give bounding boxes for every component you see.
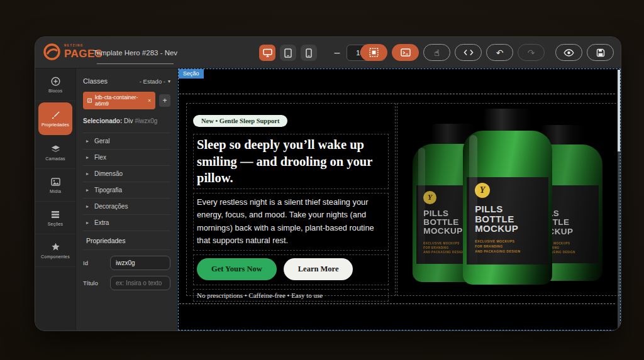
document-title-tab[interactable]: Template Hero #283 - Nev [92,37,179,68]
class-edit-icon [87,98,92,103]
selected-element-row: Selecionado: Div #iwzx0g [83,117,170,124]
chevron-right-icon: ▸ [86,138,89,144]
star-icon [51,243,60,252]
terminal-icon [401,48,411,57]
hero-microcopy[interactable]: No prescriptions • Caffeine-free • Easy … [193,289,389,302]
hero-cta-row: Get Yours Now Learn More [193,254,389,285]
code-view-button[interactable] [455,44,482,61]
accordion-decoracoes[interactable]: ▸ Decorações [83,198,170,214]
section-tag-label[interactable]: Seção [179,69,204,79]
hero-badge-wrap[interactable]: New • Gentle Sleep Support [193,114,389,127]
titulo-field-input[interactable] [110,276,170,290]
sidebar-item-secoes[interactable]: Seções [35,202,75,234]
sidebar-item-componentes[interactable]: Componentes [35,234,75,267]
redo-icon: ↷ [528,48,535,57]
save-button[interactable] [587,44,614,61]
tablet-view-button[interactable] [280,45,296,61]
hero-badge[interactable]: New • Gentle Sleep Support [193,115,287,127]
hero-text-column[interactable]: New • Gentle Sleep Support Sleep so deep… [186,103,396,296]
accordion-geral[interactable]: ▸ Geral [83,133,170,149]
interaction-mode-button[interactable]: ☝ [423,44,450,61]
zoom-out-button[interactable]: − [333,48,341,58]
sidebar-item-label: Mídia [50,189,61,194]
container-bottom-guide [179,303,615,304]
selected-element-id: #iwzx0g [135,117,157,124]
state-selector[interactable]: - Estado - ▾ [140,78,170,85]
code-icon [464,49,474,56]
desktop-view-button[interactable] [259,45,275,61]
tablet-icon [284,48,292,58]
brand-mark-icon [43,43,60,60]
sidebar-item-camadas[interactable]: Camadas [35,136,75,169]
editor-window: NETZING PAGES Template Hero #283 - Nev [35,36,621,331]
state-selector-label: - Estado - [140,78,165,85]
chevron-down-icon: ▾ [168,79,170,84]
toolbar-actions: ☝ ↶ ↷ [360,44,614,61]
primary-cta-button[interactable]: Get Yours Now [197,258,277,280]
remove-class-icon[interactable]: × [148,97,151,104]
chevron-right-icon: ▸ [86,204,89,209]
accordion-dimensao[interactable]: ▸ Dimensão [83,165,170,182]
accordion-extra[interactable]: ▸ Extra [83,214,170,231]
id-field-input[interactable] [110,256,170,270]
accordion-label: Dimensão [94,170,123,177]
accordion-tipografia[interactable]: ▸ Tipografia [83,182,170,198]
hero-paragraph[interactable]: Every restless night is a silent thief s… [193,193,389,251]
undo-button[interactable]: ↶ [486,44,513,61]
style-accordions: ▸ Geral ▸ Flex ▸ Dimensão ▸ Tipografia ▸ [83,133,170,231]
properties-panel: Classes - Estado - ▾ ktb-cta-container-a… [76,68,178,330]
accordion-label: Extra [94,219,109,226]
bottle-title: PILLS BOTTLE MOCKUP [475,204,540,234]
device-toggle-group [259,45,317,61]
selected-label: Selecionado: [83,117,122,124]
editor-canvas[interactable]: Seção New • Gentle Sleep Support Sleep s… [178,68,621,330]
hero-headline[interactable]: Sleep so deeply you’ll wake up smiling —… [193,134,389,189]
rows-icon [51,210,60,219]
scrollbar-thumb[interactable] [618,70,620,151]
accordion-label: Geral [94,138,109,145]
properties-section-header: Propriedades [83,231,170,250]
bottle-logo-icon: Y [475,183,490,198]
chevron-right-icon: ▸ [86,220,89,226]
accordion-label: Tipografia [94,187,122,194]
outline-mode-button[interactable] [360,44,387,61]
chevron-right-icon: ▸ [86,187,89,193]
title-underline [97,63,174,64]
brush-icon [51,111,60,120]
plus-circle-icon [51,77,60,86]
sidebar-item-label: Seções [48,222,64,226]
pill-bottle-center: Y PILLS BOTTLE MOCKUP EXCLUSIVE MOCKUPS … [463,109,552,285]
sidebar-item-propriedades[interactable]: Propriedades [38,102,72,135]
sidebar-item-midia[interactable]: Mídia [35,169,75,202]
image-icon [51,177,60,187]
console-button[interactable] [392,44,419,61]
class-chip-name: ktb-cta-container-a6m9 [95,94,145,107]
accordion-label: Decorações [94,203,128,210]
classes-label: Classes [83,77,108,85]
outline-select-icon [369,48,379,57]
canvas-scrollbar[interactable] [618,70,620,329]
sidebar-item-label: Propriedades [42,123,69,127]
mobile-view-button[interactable] [301,45,317,61]
mobile-icon [306,48,312,58]
id-field-row: Id [83,256,170,270]
preview-button[interactable] [555,44,582,61]
redo-button[interactable]: ↷ [518,44,545,61]
add-class-button[interactable]: + [159,94,170,107]
chevron-right-icon: ▸ [86,171,89,177]
bottle-glass: Y PILLS BOTTLE MOCKUP EXCLUSIVE MOCKUPS … [463,131,552,285]
container-top-guide [179,94,615,94]
class-chip[interactable]: ktb-cta-container-a6m9 × [83,92,155,109]
touch-pointer-icon: ☝ [434,48,440,57]
eye-icon [564,49,574,57]
save-floppy-icon [596,48,605,57]
accordion-flex[interactable]: ▸ Flex [83,149,170,165]
sidebar-item-blocos[interactable]: Blocos [35,68,75,101]
bottle-logo-icon: Y [423,191,436,204]
secondary-cta-button[interactable]: Learn More [284,258,353,280]
chevron-right-icon: ▸ [86,155,89,160]
undo-icon: ↶ [496,48,504,57]
hero-image-column[interactable]: Y PILLS BOTTLE MOCKUP EXCLUSIVE MOCKUPS … [397,103,619,296]
product-image[interactable]: Y PILLS BOTTLE MOCKUP EXCLUSIVE MOCKUPS … [397,104,619,295]
layers-icon [51,145,60,154]
